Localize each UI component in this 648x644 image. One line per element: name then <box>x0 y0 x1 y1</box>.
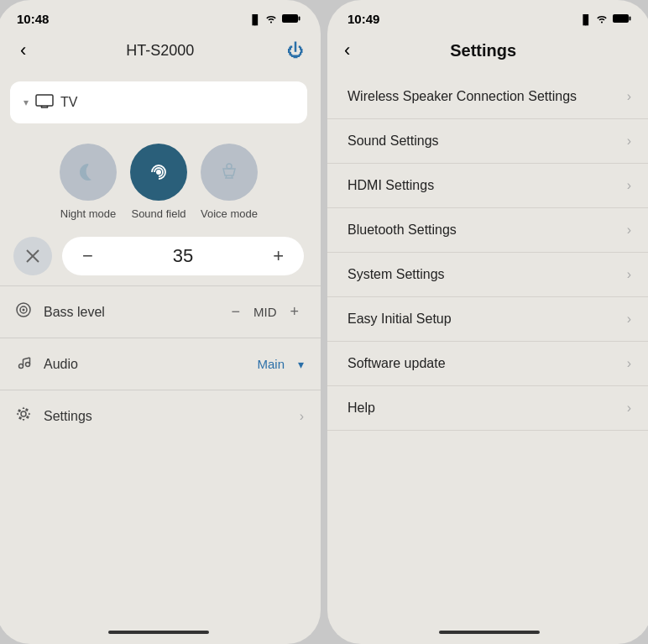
signal-icon: ▐▌ <box>248 14 260 24</box>
bass-controls: − MID + <box>226 301 304 322</box>
wifi-icon <box>264 12 278 26</box>
svg-line-17 <box>24 358 30 359</box>
divider-3 <box>0 390 321 390</box>
mute-button[interactable] <box>13 237 52 275</box>
back-button[interactable]: ‹ <box>13 36 33 65</box>
svg-rect-2 <box>36 95 53 106</box>
wireless-speaker-item[interactable]: Wireless Speaker Connection Settings › <box>327 75 648 119</box>
right-home-indicator <box>439 631 540 634</box>
left-phone-screen: 10:48 ▐▌ ‹ HT-S2000 ⏻ ▾ TV <box>0 0 321 644</box>
bluetooth-settings-item[interactable]: Bluetooth Settings › <box>327 208 648 253</box>
help-chevron-icon: › <box>627 401 631 416</box>
sound-field-circle[interactable] <box>130 144 187 201</box>
source-selector[interactable]: ▾ TV <box>10 81 307 123</box>
settings-nav-bar: ‹ Settings <box>327 33 648 75</box>
left-nav-bar: ‹ HT-S2000 ⏻ <box>0 33 321 75</box>
night-mode-circle[interactable] <box>60 144 117 201</box>
svg-rect-0 <box>282 14 298 23</box>
divider-1 <box>0 285 321 286</box>
divider-2 <box>0 338 321 338</box>
settings-label: Settings <box>44 409 290 424</box>
svg-rect-1 <box>299 17 300 21</box>
sound-field-button[interactable]: Sound field <box>130 144 187 220</box>
volume-control: − 35 + <box>62 237 304 275</box>
volume-plus-button[interactable]: + <box>268 245 289 267</box>
sound-settings-item[interactable]: Sound Settings › <box>327 119 648 164</box>
help-item[interactable]: Help › <box>327 386 648 431</box>
system-settings-label: System Settings <box>348 267 627 282</box>
right-signal-icon: ▐▌ <box>579 14 591 24</box>
battery-icon <box>282 12 300 26</box>
sound-field-label: Sound field <box>131 207 186 220</box>
system-settings-chevron-icon: › <box>627 267 631 282</box>
settings-menu-list: Wireless Speaker Connection Settings › S… <box>327 75 648 431</box>
bass-minus-button[interactable]: − <box>226 301 245 322</box>
device-title: HT-S2000 <box>126 42 194 60</box>
settings-chevron-icon: › <box>300 409 304 424</box>
controls-row: − 35 + <box>0 223 321 282</box>
settings-page-title: Settings <box>357 41 635 60</box>
right-battery-icon <box>613 12 631 26</box>
hdmi-settings-item[interactable]: HDMI Settings › <box>327 164 648 208</box>
source-label: TV <box>60 95 294 110</box>
source-arrow-icon: ▾ <box>24 97 29 108</box>
settings-row[interactable]: Settings › <box>0 394 321 438</box>
easy-initial-setup-label: Easy Initial Setup <box>348 312 627 327</box>
volume-value: 35 <box>173 245 193 267</box>
power-button[interactable]: ⏻ <box>287 41 304 60</box>
right-time: 10:49 <box>348 12 379 26</box>
easy-initial-setup-item[interactable]: Easy Initial Setup › <box>327 297 648 342</box>
audio-icon <box>13 353 34 374</box>
bass-value: MID <box>253 305 277 319</box>
audio-row[interactable]: Audio Main ▾ <box>0 342 321 386</box>
bass-level-row: Bass level − MID + <box>0 290 321 334</box>
sound-settings-label: Sound Settings <box>348 134 627 149</box>
night-mode-button[interactable]: Night mode <box>60 144 117 220</box>
software-update-item[interactable]: Software update › <box>327 342 648 386</box>
svg-point-18 <box>21 411 26 416</box>
right-phone-screen: 10:49 ▐▌ ‹ Settings Wireless Speaker Con… <box>327 0 648 644</box>
svg-point-6 <box>156 170 161 175</box>
voice-mode-label: Voice mode <box>201 207 258 220</box>
left-time: 10:48 <box>17 12 49 26</box>
sound-settings-chevron-icon: › <box>627 134 631 149</box>
mode-buttons-row: Night mode Sound field Voice mode <box>0 137 321 223</box>
bluetooth-settings-label: Bluetooth Settings <box>348 223 627 238</box>
right-wifi-icon <box>595 12 609 26</box>
system-settings-item[interactable]: System Settings › <box>327 253 648 297</box>
svg-point-12 <box>23 309 25 312</box>
bass-icon <box>13 301 34 322</box>
hdmi-settings-chevron-icon: › <box>627 178 631 193</box>
voice-mode-button[interactable]: Voice mode <box>201 144 258 220</box>
svg-rect-20 <box>630 17 631 21</box>
svg-rect-19 <box>613 14 629 23</box>
wireless-speaker-label: Wireless Speaker Connection Settings <box>348 89 627 104</box>
audio-value: Main <box>257 357 285 371</box>
bass-plus-button[interactable]: + <box>285 301 304 322</box>
help-label: Help <box>348 401 627 416</box>
wireless-speaker-chevron-icon: › <box>627 89 631 104</box>
voice-mode-circle[interactable] <box>201 144 258 201</box>
left-status-bar: 10:48 ▐▌ <box>0 0 321 33</box>
volume-minus-button[interactable]: − <box>77 245 98 267</box>
right-status-bar: 10:49 ▐▌ <box>327 0 648 33</box>
bass-label: Bass level <box>44 305 216 320</box>
audio-dropdown-icon[interactable]: ▾ <box>298 358 304 371</box>
tv-icon <box>35 93 54 112</box>
software-update-chevron-icon: › <box>627 356 631 371</box>
hdmi-settings-label: HDMI Settings <box>348 178 627 193</box>
easy-initial-setup-chevron-icon: › <box>627 312 631 327</box>
svg-point-7 <box>227 164 232 169</box>
software-update-label: Software update <box>348 356 627 371</box>
bluetooth-settings-chevron-icon: › <box>627 223 631 238</box>
audio-label: Audio <box>44 357 247 372</box>
night-mode-label: Night mode <box>60 207 116 220</box>
settings-icon <box>13 406 34 427</box>
settings-back-button[interactable]: ‹ <box>344 36 357 65</box>
home-indicator <box>108 631 209 634</box>
